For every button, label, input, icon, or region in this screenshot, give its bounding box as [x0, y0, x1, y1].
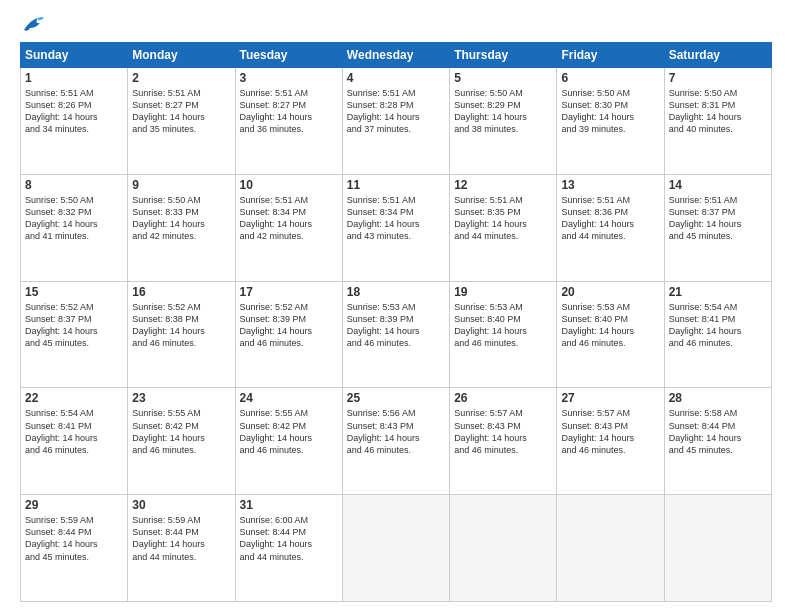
calendar-cell: 15Sunrise: 5:52 AM Sunset: 8:37 PM Dayli… — [21, 281, 128, 388]
day-info: Sunrise: 5:51 AM Sunset: 8:28 PM Dayligh… — [347, 87, 445, 136]
calendar-header-tuesday: Tuesday — [235, 43, 342, 68]
calendar-cell: 19Sunrise: 5:53 AM Sunset: 8:40 PM Dayli… — [450, 281, 557, 388]
day-info: Sunrise: 5:50 AM Sunset: 8:32 PM Dayligh… — [25, 194, 123, 243]
day-info: Sunrise: 5:51 AM Sunset: 8:27 PM Dayligh… — [240, 87, 338, 136]
calendar-cell: 18Sunrise: 5:53 AM Sunset: 8:39 PM Dayli… — [342, 281, 449, 388]
day-number: 27 — [561, 391, 659, 405]
day-number: 30 — [132, 498, 230, 512]
day-number: 11 — [347, 178, 445, 192]
calendar-header-monday: Monday — [128, 43, 235, 68]
calendar-cell: 1Sunrise: 5:51 AM Sunset: 8:26 PM Daylig… — [21, 68, 128, 175]
logo — [20, 16, 44, 34]
calendar-header-saturday: Saturday — [664, 43, 771, 68]
calendar-cell — [664, 495, 771, 602]
day-number: 1 — [25, 71, 123, 85]
day-info: Sunrise: 5:53 AM Sunset: 8:39 PM Dayligh… — [347, 301, 445, 350]
day-info: Sunrise: 5:55 AM Sunset: 8:42 PM Dayligh… — [240, 407, 338, 456]
day-number: 16 — [132, 285, 230, 299]
calendar-week-3: 15Sunrise: 5:52 AM Sunset: 8:37 PM Dayli… — [21, 281, 772, 388]
day-number: 15 — [25, 285, 123, 299]
calendar-table: SundayMondayTuesdayWednesdayThursdayFrid… — [20, 42, 772, 602]
logo-bird-icon — [22, 16, 44, 34]
day-number: 23 — [132, 391, 230, 405]
day-info: Sunrise: 5:56 AM Sunset: 8:43 PM Dayligh… — [347, 407, 445, 456]
calendar-cell — [342, 495, 449, 602]
day-info: Sunrise: 5:50 AM Sunset: 8:33 PM Dayligh… — [132, 194, 230, 243]
calendar-cell: 5Sunrise: 5:50 AM Sunset: 8:29 PM Daylig… — [450, 68, 557, 175]
calendar-cell: 31Sunrise: 6:00 AM Sunset: 8:44 PM Dayli… — [235, 495, 342, 602]
day-info: Sunrise: 5:57 AM Sunset: 8:43 PM Dayligh… — [454, 407, 552, 456]
calendar-cell: 12Sunrise: 5:51 AM Sunset: 8:35 PM Dayli… — [450, 174, 557, 281]
day-info: Sunrise: 5:51 AM Sunset: 8:36 PM Dayligh… — [561, 194, 659, 243]
calendar-cell: 22Sunrise: 5:54 AM Sunset: 8:41 PM Dayli… — [21, 388, 128, 495]
day-number: 25 — [347, 391, 445, 405]
day-number: 19 — [454, 285, 552, 299]
day-info: Sunrise: 5:50 AM Sunset: 8:30 PM Dayligh… — [561, 87, 659, 136]
day-number: 31 — [240, 498, 338, 512]
calendar-cell: 24Sunrise: 5:55 AM Sunset: 8:42 PM Dayli… — [235, 388, 342, 495]
day-number: 3 — [240, 71, 338, 85]
day-info: Sunrise: 5:54 AM Sunset: 8:41 PM Dayligh… — [669, 301, 767, 350]
day-info: Sunrise: 5:55 AM Sunset: 8:42 PM Dayligh… — [132, 407, 230, 456]
day-info: Sunrise: 5:51 AM Sunset: 8:26 PM Dayligh… — [25, 87, 123, 136]
header — [20, 16, 772, 34]
calendar-cell: 26Sunrise: 5:57 AM Sunset: 8:43 PM Dayli… — [450, 388, 557, 495]
day-info: Sunrise: 5:53 AM Sunset: 8:40 PM Dayligh… — [561, 301, 659, 350]
day-number: 12 — [454, 178, 552, 192]
calendar-cell: 13Sunrise: 5:51 AM Sunset: 8:36 PM Dayli… — [557, 174, 664, 281]
calendar-cell: 29Sunrise: 5:59 AM Sunset: 8:44 PM Dayli… — [21, 495, 128, 602]
calendar-cell: 17Sunrise: 5:52 AM Sunset: 8:39 PM Dayli… — [235, 281, 342, 388]
day-number: 10 — [240, 178, 338, 192]
day-info: Sunrise: 5:59 AM Sunset: 8:44 PM Dayligh… — [132, 514, 230, 563]
day-info: Sunrise: 5:57 AM Sunset: 8:43 PM Dayligh… — [561, 407, 659, 456]
day-info: Sunrise: 5:53 AM Sunset: 8:40 PM Dayligh… — [454, 301, 552, 350]
calendar-cell — [450, 495, 557, 602]
day-number: 22 — [25, 391, 123, 405]
day-info: Sunrise: 6:00 AM Sunset: 8:44 PM Dayligh… — [240, 514, 338, 563]
calendar-cell: 23Sunrise: 5:55 AM Sunset: 8:42 PM Dayli… — [128, 388, 235, 495]
calendar-cell: 7Sunrise: 5:50 AM Sunset: 8:31 PM Daylig… — [664, 68, 771, 175]
calendar-cell: 27Sunrise: 5:57 AM Sunset: 8:43 PM Dayli… — [557, 388, 664, 495]
day-number: 26 — [454, 391, 552, 405]
day-info: Sunrise: 5:50 AM Sunset: 8:31 PM Dayligh… — [669, 87, 767, 136]
calendar-cell: 25Sunrise: 5:56 AM Sunset: 8:43 PM Dayli… — [342, 388, 449, 495]
calendar-week-5: 29Sunrise: 5:59 AM Sunset: 8:44 PM Dayli… — [21, 495, 772, 602]
day-info: Sunrise: 5:52 AM Sunset: 8:37 PM Dayligh… — [25, 301, 123, 350]
calendar-week-2: 8Sunrise: 5:50 AM Sunset: 8:32 PM Daylig… — [21, 174, 772, 281]
day-info: Sunrise: 5:52 AM Sunset: 8:39 PM Dayligh… — [240, 301, 338, 350]
day-number: 18 — [347, 285, 445, 299]
calendar-cell: 9Sunrise: 5:50 AM Sunset: 8:33 PM Daylig… — [128, 174, 235, 281]
day-number: 4 — [347, 71, 445, 85]
day-info: Sunrise: 5:51 AM Sunset: 8:37 PM Dayligh… — [669, 194, 767, 243]
calendar-cell: 28Sunrise: 5:58 AM Sunset: 8:44 PM Dayli… — [664, 388, 771, 495]
day-info: Sunrise: 5:51 AM Sunset: 8:34 PM Dayligh… — [240, 194, 338, 243]
calendar-cell: 3Sunrise: 5:51 AM Sunset: 8:27 PM Daylig… — [235, 68, 342, 175]
calendar-cell: 11Sunrise: 5:51 AM Sunset: 8:34 PM Dayli… — [342, 174, 449, 281]
calendar-cell: 10Sunrise: 5:51 AM Sunset: 8:34 PM Dayli… — [235, 174, 342, 281]
calendar-cell: 14Sunrise: 5:51 AM Sunset: 8:37 PM Dayli… — [664, 174, 771, 281]
day-number: 28 — [669, 391, 767, 405]
day-number: 2 — [132, 71, 230, 85]
day-info: Sunrise: 5:51 AM Sunset: 8:35 PM Dayligh… — [454, 194, 552, 243]
calendar-cell: 8Sunrise: 5:50 AM Sunset: 8:32 PM Daylig… — [21, 174, 128, 281]
day-info: Sunrise: 5:51 AM Sunset: 8:27 PM Dayligh… — [132, 87, 230, 136]
day-number: 6 — [561, 71, 659, 85]
day-info: Sunrise: 5:50 AM Sunset: 8:29 PM Dayligh… — [454, 87, 552, 136]
day-number: 17 — [240, 285, 338, 299]
calendar-cell: 4Sunrise: 5:51 AM Sunset: 8:28 PM Daylig… — [342, 68, 449, 175]
calendar-week-4: 22Sunrise: 5:54 AM Sunset: 8:41 PM Dayli… — [21, 388, 772, 495]
day-number: 13 — [561, 178, 659, 192]
calendar-header-wednesday: Wednesday — [342, 43, 449, 68]
day-number: 8 — [25, 178, 123, 192]
calendar-header-thursday: Thursday — [450, 43, 557, 68]
calendar-cell: 30Sunrise: 5:59 AM Sunset: 8:44 PM Dayli… — [128, 495, 235, 602]
calendar-header-row: SundayMondayTuesdayWednesdayThursdayFrid… — [21, 43, 772, 68]
page: SundayMondayTuesdayWednesdayThursdayFrid… — [0, 0, 792, 612]
calendar-header-sunday: Sunday — [21, 43, 128, 68]
calendar-cell: 21Sunrise: 5:54 AM Sunset: 8:41 PM Dayli… — [664, 281, 771, 388]
calendar-cell: 2Sunrise: 5:51 AM Sunset: 8:27 PM Daylig… — [128, 68, 235, 175]
calendar-header-friday: Friday — [557, 43, 664, 68]
day-number: 9 — [132, 178, 230, 192]
day-info: Sunrise: 5:51 AM Sunset: 8:34 PM Dayligh… — [347, 194, 445, 243]
day-number: 5 — [454, 71, 552, 85]
